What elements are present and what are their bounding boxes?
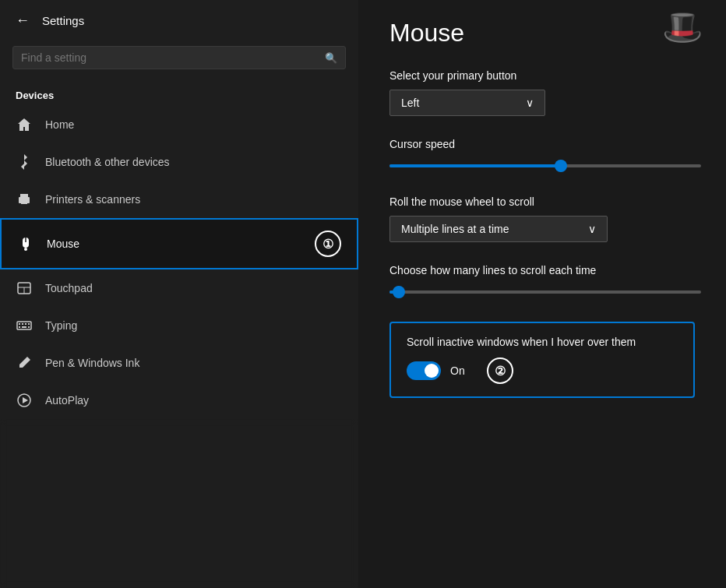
cursor-speed-label: Cursor speed bbox=[389, 138, 695, 150]
sidebar-lower bbox=[0, 419, 358, 588]
cursor-speed-track bbox=[389, 164, 701, 167]
printer-icon bbox=[16, 192, 33, 207]
pen-label: Pen & Windows Ink bbox=[45, 357, 139, 369]
toggle-knob bbox=[425, 364, 439, 378]
keyboard-icon bbox=[16, 318, 33, 333]
typing-label: Typing bbox=[45, 319, 77, 332]
svg-rect-15 bbox=[28, 326, 30, 328]
scroll-inactive-title: Scroll inactive windows when I hover ove… bbox=[407, 336, 678, 348]
scroll-wheel-label: Roll the mouse wheel to scroll bbox=[389, 195, 695, 208]
svg-rect-9 bbox=[19, 323, 20, 325]
search-input[interactable] bbox=[21, 51, 325, 64]
primary-button-label: Select your primary button bbox=[389, 69, 695, 82]
svg-rect-14 bbox=[22, 326, 26, 328]
autoplay-icon bbox=[16, 393, 33, 408]
home-icon bbox=[16, 117, 33, 132]
svg-rect-1 bbox=[21, 200, 27, 204]
touchpad-icon bbox=[16, 280, 33, 296]
bluetooth-icon bbox=[16, 154, 33, 170]
sidebar-item-typing[interactable]: Typing bbox=[0, 307, 358, 344]
svg-rect-11 bbox=[25, 323, 26, 325]
primary-button-chevron: ∨ bbox=[526, 97, 534, 109]
sidebar-item-autoplay[interactable]: AutoPlay bbox=[0, 382, 358, 419]
pen-icon bbox=[16, 355, 33, 371]
mouse-label: Mouse bbox=[47, 238, 79, 250]
autoplay-label: AutoPlay bbox=[45, 394, 89, 407]
nav-items: Home Bluetooth & other devices Printers … bbox=[0, 106, 358, 419]
touchpad-label: Touchpad bbox=[45, 282, 93, 294]
scroll-inactive-toggle[interactable] bbox=[407, 361, 441, 380]
step-1-badge: ① bbox=[315, 231, 341, 257]
sidebar-item-mouse[interactable]: Mouse ① bbox=[0, 218, 358, 269]
search-box[interactable]: 🔍 bbox=[12, 46, 346, 69]
primary-button-value: Left bbox=[401, 97, 419, 109]
svg-rect-13 bbox=[19, 326, 20, 328]
sidebar-item-touchpad[interactable]: Touchpad bbox=[0, 269, 358, 307]
scroll-inactive-box: Scroll inactive windows when I hover ove… bbox=[389, 322, 695, 398]
sidebar-item-pen[interactable]: Pen & Windows Ink bbox=[0, 344, 358, 382]
scroll-lines-thumb[interactable] bbox=[393, 286, 405, 298]
page-title: Mouse bbox=[389, 19, 695, 48]
svg-rect-12 bbox=[28, 323, 30, 325]
primary-button-dropdown[interactable]: Left ∨ bbox=[389, 90, 545, 116]
scroll-lines-slider[interactable] bbox=[389, 284, 701, 300]
sidebar: ← Settings 🔍 Devices Home Bluetooth & ot… bbox=[0, 0, 358, 588]
cursor-speed-fill bbox=[389, 164, 561, 167]
mouse-icon bbox=[17, 236, 34, 252]
cursor-speed-thumb[interactable] bbox=[555, 160, 567, 172]
printers-label: Printers & scanners bbox=[45, 193, 140, 206]
main-content: 🎩 Mouse Select your primary button Left … bbox=[358, 0, 726, 588]
svg-marker-17 bbox=[23, 397, 28, 403]
primary-button-group: Select your primary button Left ∨ bbox=[389, 69, 695, 116]
cursor-speed-slider[interactable] bbox=[389, 158, 701, 174]
sidebar-item-home[interactable]: Home bbox=[0, 106, 358, 143]
svg-rect-10 bbox=[22, 323, 23, 325]
back-button[interactable]: ← bbox=[16, 12, 30, 29]
scroll-lines-group: Choose how many lines to scroll each tim… bbox=[389, 264, 695, 300]
sidebar-header: ← Settings bbox=[0, 0, 358, 41]
step-2-badge: ② bbox=[487, 357, 513, 384]
svg-point-4 bbox=[24, 248, 27, 251]
scroll-wheel-value: Multiple lines at a time bbox=[401, 223, 509, 235]
settings-title: Settings bbox=[42, 14, 84, 27]
mascot: 🎩 bbox=[662, 8, 703, 46]
bluetooth-label: Bluetooth & other devices bbox=[45, 156, 170, 168]
sidebar-item-bluetooth[interactable]: Bluetooth & other devices bbox=[0, 143, 358, 181]
scroll-lines-label: Choose how many lines to scroll each tim… bbox=[389, 264, 695, 276]
scroll-lines-track bbox=[389, 290, 701, 294]
svg-rect-8 bbox=[17, 322, 31, 329]
cursor-speed-group: Cursor speed bbox=[389, 138, 695, 174]
scroll-wheel-group: Roll the mouse wheel to scroll Multiple … bbox=[389, 195, 695, 242]
home-label: Home bbox=[45, 118, 74, 131]
section-label: Devices bbox=[0, 82, 358, 106]
scroll-wheel-chevron: ∨ bbox=[588, 223, 596, 235]
scroll-wheel-dropdown[interactable]: Multiple lines at a time ∨ bbox=[389, 216, 608, 242]
toggle-on-label: On bbox=[450, 364, 465, 377]
search-icon: 🔍 bbox=[325, 52, 337, 64]
scroll-inactive-toggle-row: On ② bbox=[407, 357, 678, 384]
sidebar-item-printers[interactable]: Printers & scanners bbox=[0, 181, 358, 218]
